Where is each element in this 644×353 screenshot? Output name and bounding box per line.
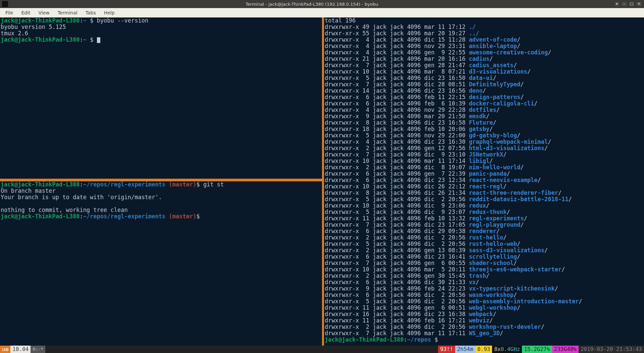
close-button[interactable]: ✕ [636,1,642,7]
status-cpu: 8x0.4GHz [492,346,522,353]
minimize-button[interactable]: – [621,1,627,7]
status-cpu-freq: 0.4GHz [501,346,520,353]
pane-bottom[interactable]: jack@jack-ThinkPad-L380:~/repos/regl-exp… [0,181,322,346]
menu-terminal[interactable]: Terminal [54,9,81,16]
status-disk: 233G40% [552,346,579,353]
status-logo: u❂ [0,346,10,353]
status-bar: u❂ 18.04 0:-* 93!! 2h54m 0.93 8x0.4GHz 1… [0,346,644,353]
shade-button[interactable]: ▾ [614,1,620,7]
window-title: Terminal - jack@jack-ThinkPad-L380 (192.… [10,2,614,7]
status-load: 0.93 [475,346,492,353]
status-session[interactable]: 0:-* [31,346,45,353]
window-buttons: ▾ – ▢ ✕ [614,1,644,7]
menu-edit[interactable]: Edit [18,9,34,16]
menu-help[interactable]: Help [101,9,118,16]
pane-top[interactable]: jack@jack-ThinkPad-L380:~ $ byobu --vers… [0,17,322,179]
left-column: jack@jack-ThinkPad-L380:~ $ byobu --vers… [0,17,322,346]
status-datetime: 2019-03-20 21:53:43 [579,346,644,353]
maximize-button[interactable]: ▢ [629,1,635,7]
cursor [97,37,100,43]
menubar: FileEditViewTerminalTabsHelp [0,8,644,17]
terminal-area: jack@jack-ThinkPad-L380:~ $ byobu --vers… [0,17,644,346]
status-uptime: 2h54m [455,346,475,353]
menu-tabs[interactable]: Tabs [82,9,99,16]
menu-view[interactable]: View [35,9,53,16]
titlebar: Terminal - jack@jack-ThinkPad-L380 (192.… [0,0,644,8]
pane-right[interactable]: total 196 drwxrwxr-x 49 jack jack 4096 m… [322,17,644,346]
status-cpu-cores: 8x [494,346,500,353]
status-alert: 93!! [438,346,455,353]
status-mem: 15.2G27% [522,346,552,353]
app-icon [2,1,8,7]
status-distro: 18.04 [10,346,31,353]
menu-file[interactable]: File [2,9,16,16]
